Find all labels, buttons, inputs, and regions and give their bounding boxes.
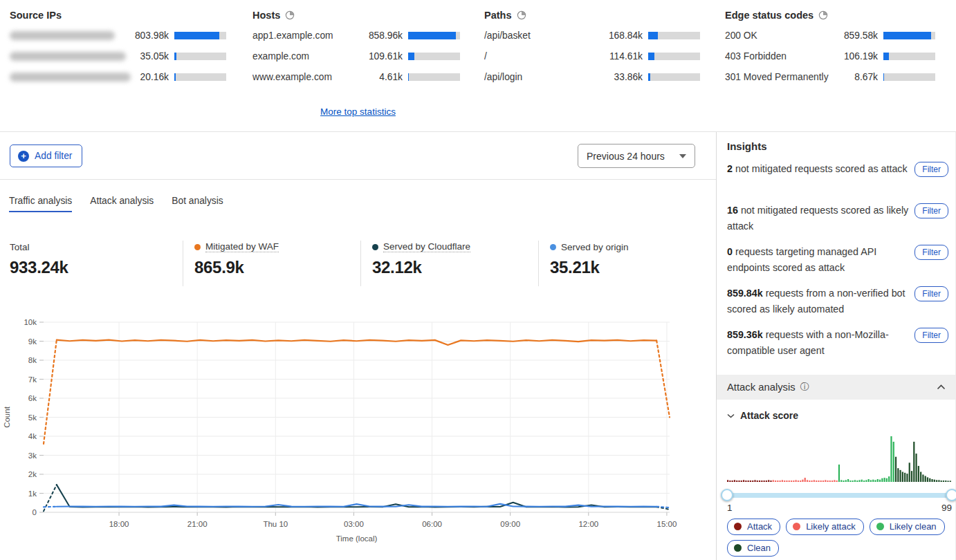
top-stat-bar — [648, 32, 700, 39]
top-stat-bar — [648, 53, 700, 60]
time-range-select[interactable]: Previous 24 hours — [578, 144, 695, 168]
legend-label: Clean — [747, 543, 771, 553]
insights-list: 2 not mitigated requests scored as attac… — [727, 161, 948, 368]
top-stat-row: example.com109.61k — [252, 46, 460, 66]
insight-item: 859.84k requests from a non-verified bot… — [727, 286, 948, 318]
summary-stat-label-row: Mitigated by WAF — [194, 241, 353, 253]
legend-label: Likely clean — [890, 521, 937, 532]
add-filter-button[interactable]: + Add filter — [10, 144, 82, 167]
slider-labels: 1 99 — [727, 503, 952, 513]
top-stat-bar — [174, 73, 226, 81]
summary-stat-label-row: Total — [10, 241, 176, 253]
insight-filter-button[interactable]: Filter — [914, 328, 948, 343]
attack-score-range-slider[interactable] — [727, 493, 952, 498]
insight-count: 2 — [727, 163, 733, 174]
top-stat-bar-fill — [648, 73, 650, 81]
top-stat-title: Source IPs — [10, 8, 226, 22]
insight-filter-button[interactable]: Filter — [914, 203, 948, 218]
insight-item: 16 not mitigated requests scored as like… — [727, 203, 948, 235]
summary-stat: Served by Cloudflare32.12k — [360, 241, 538, 286]
top-stat-bar-fill — [408, 73, 409, 81]
traffic-chart: 01k2k3k4k5k6k7k8k9k10k18:0021:00Thu 1003… — [0, 308, 685, 549]
top-stat-bar — [408, 53, 460, 60]
top-statistics-section: Source IPs803.98k35.05k20.16kHostsapp1.e… — [0, 0, 956, 132]
summary-stat-label-row: Served by origin — [550, 241, 709, 253]
summary-stat-value: 32.12k — [372, 258, 531, 277]
legend-button-clean[interactable]: Clean — [727, 540, 779, 557]
top-stat-item-label: /api/login — [484, 72, 600, 82]
top-stat-row: 301 Moved Permanently8.67k — [725, 66, 935, 87]
top-stat-item-label: 403 Forbidden — [725, 51, 835, 62]
svg-text:06:00: 06:00 — [422, 520, 442, 528]
slider-handle-min[interactable] — [721, 489, 733, 501]
legend-button-likely-attack[interactable]: Likely attack — [786, 519, 864, 535]
legend-button-likely-clean[interactable]: Likely clean — [870, 519, 945, 535]
top-stat-row: 20.16k — [10, 66, 226, 87]
insight-filter-button[interactable]: Filter — [914, 162, 948, 177]
svg-text:12:00: 12:00 — [578, 520, 598, 528]
insights-sidebar: Insights 2 not mitigated requests scored… — [716, 132, 956, 560]
attack-analysis-header[interactable]: Attack analysis ⓘ — [717, 375, 955, 400]
divider — [0, 179, 716, 180]
legend-color-dot — [876, 523, 884, 530]
top-stat-item-value: 858.96k — [360, 30, 403, 41]
legend-color-dot — [793, 523, 800, 530]
insight-item: 2 not mitigated requests scored as attac… — [727, 161, 948, 194]
svg-text:Time (local): Time (local) — [336, 534, 378, 543]
top-stat-row: www.example.com4.61k — [252, 66, 460, 87]
insights-title: Insights — [727, 140, 767, 152]
svg-text:10k: 10k — [24, 318, 37, 326]
top-stat-item-value: 33.86k — [600, 72, 643, 82]
more-top-statistics-link[interactable]: More top statistics — [320, 106, 396, 117]
top-stat-bar — [408, 32, 460, 39]
add-filter-label: Add filter — [35, 151, 72, 161]
top-stat-item-label: example.com — [252, 51, 360, 62]
insight-text: 859.36k requests with a non-Mozilla-comp… — [727, 327, 910, 359]
plus-circle-icon: + — [18, 151, 29, 162]
source-ip-redacted — [10, 31, 115, 40]
top-stat-bar — [883, 53, 935, 60]
svg-text:4k: 4k — [28, 432, 37, 440]
top-stat-item-label: app1.example.com — [252, 30, 360, 41]
legend-label: Attack — [747, 521, 772, 532]
top-stat-item-value: 109.61k — [360, 51, 403, 62]
slider-handle-max[interactable] — [946, 489, 956, 501]
top-stat-item-value: 168.84k — [600, 30, 643, 41]
legend-button-attack[interactable]: Attack — [727, 519, 780, 535]
top-stat-item-value: 20.16k — [131, 72, 169, 82]
main-split: + Add filter Previous 24 hours Traffic a… — [0, 132, 956, 560]
summary-stat-label: Served by origin — [561, 242, 629, 252]
series-color-dot — [194, 244, 201, 250]
top-stat-item-value: 4.61k — [360, 72, 403, 82]
attack-analysis-title: Attack analysis — [727, 382, 796, 393]
svg-text:5k: 5k — [28, 413, 37, 422]
svg-text:09:00: 09:00 — [500, 520, 520, 528]
summary-stat-value: 35.21k — [550, 258, 709, 277]
top-stat-row: /api/login33.86k — [484, 66, 700, 87]
insight-filter-button[interactable]: Filter — [914, 245, 948, 260]
slider-max-label: 99 — [941, 503, 952, 513]
tab-attack-analysis[interactable]: Attack analysis — [90, 196, 154, 212]
tab-bot-analysis[interactable]: Bot analysis — [172, 196, 223, 212]
svg-text:2k: 2k — [28, 470, 37, 478]
top-stat-item-value: 35.05k — [126, 51, 169, 62]
insight-count: 16 — [727, 205, 738, 216]
summary-stat-label: Mitigated by WAF — [205, 241, 279, 252]
summary-stat: Served by origin35.21k — [538, 241, 716, 286]
summary-stat-label-row: Served by Cloudflare — [372, 241, 531, 253]
source-ip-redacted — [10, 52, 126, 61]
tab-traffic-analysis[interactable]: Traffic analysis — [9, 196, 72, 212]
top-stat-item-label: 200 OK — [725, 30, 835, 41]
attack-score-toggle[interactable]: Attack score — [727, 410, 798, 421]
svg-text:03:00: 03:00 — [344, 520, 364, 528]
insight-item: 859.36k requests with a non-Mozilla-comp… — [727, 327, 948, 360]
top-stat-title: Hosts — [252, 8, 460, 22]
top-stat-title-text: Source IPs — [10, 10, 62, 21]
insight-filter-button[interactable]: Filter — [914, 286, 948, 301]
chevron-up-icon — [937, 384, 946, 390]
top-stat-row: 200 OK859.58k — [725, 25, 935, 46]
top-stat-item-label: / — [484, 51, 600, 62]
legend-color-dot — [734, 523, 742, 530]
top-stat-bar-fill — [883, 53, 889, 60]
svg-text:0: 0 — [33, 508, 37, 516]
